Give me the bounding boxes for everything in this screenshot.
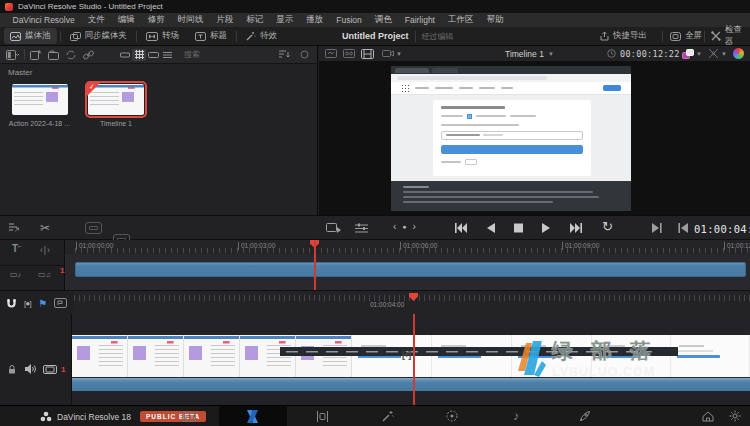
viewer-panel: ▼ Timeline 1 ▼ 00:00:12:22 ▼ ▼ [319,46,750,215]
audio-track-bar[interactable] [72,378,750,391]
transitions-button[interactable]: 转场 [140,28,185,44]
audio-track-tool-icon[interactable]: ▭♪ [10,270,21,279]
titles-button[interactable]: 标题 [189,28,233,44]
timeline-clip-thumbnail[interactable]: ✓ [88,84,144,115]
menu-fusion[interactable]: Fusion [330,15,369,25]
menu-trim[interactable]: 修剪 [141,14,171,26]
page-cut-icon[interactable] [245,410,260,423]
strip-view-button[interactable] [118,49,132,61]
go-to-end-icon[interactable] [570,223,582,233]
menu-mark[interactable]: 标记 [240,14,270,26]
upper-track-number: 1 [60,266,64,275]
link-icon[interactable] [83,50,94,60]
razor-icon[interactable]: ✂ [40,221,50,235]
list-view-button[interactable] [160,49,174,61]
play-clip-icon[interactable] [326,223,341,234]
import-media-icon[interactable] [30,50,41,60]
previous-edit-icon[interactable] [678,223,688,233]
sync-bin-button[interactable]: 同步媒体夹 [64,28,134,44]
main-timeline: 1 [+] 绿 部 落 LVBULUO.COM [0,314,750,405]
video-track-filmstrip[interactable] [72,335,750,377]
bin-view-icon[interactable] [6,50,19,60]
list-view-icon [163,51,172,59]
mixer-icon[interactable] [355,223,368,234]
duration-timecode: 00:00:12:22 [620,49,680,59]
quick-export-button[interactable]: 快捷导出 [600,30,647,42]
jog-control[interactable]: ‹●› [393,221,416,232]
transform-icon [708,48,719,59]
video-submit-button [441,145,583,154]
color-wheel-icon[interactable] [733,48,744,59]
match-frame-icon[interactable] [652,223,662,233]
go-to-start-icon[interactable] [455,223,467,233]
chevron-down-icon: ▼ [721,51,727,57]
inspector-button[interactable]: 检查器 [711,24,750,48]
viewer-mode-select[interactable]: ▼ [382,49,402,58]
timeline-options-icon[interactable] [8,222,22,234]
search-input[interactable]: 搜索 [184,49,200,60]
transform-button[interactable]: ▼ [708,48,727,59]
transitions-icon [146,32,158,41]
menu-timeline[interactable]: 时间线 [171,14,210,26]
play-reverse-icon[interactable] [486,223,495,233]
fullscreen-button[interactable]: 全屏 [670,30,702,42]
snapping-magnet-icon[interactable] [6,298,17,309]
main-playhead-line[interactable] [413,314,415,405]
page-edit-icon[interactable] [316,411,329,422]
playhead-timecode: 01:00:04:19 [694,223,750,235]
menu-file[interactable]: 文件 [81,14,111,26]
timeline-selector[interactable]: Timeline 1 ▼ [505,49,554,59]
menu-color[interactable]: 调色 [368,14,398,26]
refresh-icon[interactable] [300,50,309,59]
menu-fairlight[interactable]: Fairlight [398,15,441,25]
through-edit-indicator[interactable]: [+] [402,350,410,360]
sort-icon[interactable] [279,50,290,59]
track-audio-icon[interactable] [24,363,36,375]
video-browser-nav [391,82,631,95]
menu-help[interactable]: 帮助 [480,14,510,26]
source-clip-icon[interactable] [325,49,337,58]
menu-clip[interactable]: 片段 [210,14,240,26]
project-status: 经过编辑 [422,31,454,42]
settings-gear-icon[interactable] [729,410,741,422]
title-lock-tool-icon[interactable]: T⌐ [12,243,22,254]
page-fusion-icon[interactable] [382,410,394,422]
grid-view-button[interactable] [132,49,146,61]
play-icon[interactable] [542,223,551,233]
menu-davinci-resolve[interactable]: DaVinci Resolve [6,15,81,25]
music-track-tool-icon[interactable]: ▭♫ [38,270,51,279]
timeline-view-icon[interactable] [361,49,374,59]
menu-edit[interactable]: 编辑 [111,14,141,26]
media-clip-thumbnail[interactable] [12,84,68,115]
upper-playhead-line[interactable] [314,240,316,290]
page-fairlight-icon[interactable]: ♪ [513,409,519,423]
media-pool-toggle[interactable]: 媒体池 [4,28,57,44]
stop-icon[interactable] [514,223,523,233]
effects-button[interactable]: 特效 [240,28,283,44]
menu-view[interactable]: 显示 [270,14,300,26]
video-page-body [391,95,631,181]
new-bin-icon[interactable] [48,50,59,60]
page-deliver-icon[interactable] [579,410,591,422]
sync-clips-icon[interactable] [66,50,76,60]
track-video-icon[interactable] [43,365,57,374]
clip-flag-icon[interactable] [54,298,67,308]
upper-timeline-clip[interactable] [75,262,746,277]
trim-tool-icon[interactable]: ‹|› [40,245,51,255]
menu-playback[interactable]: 播放 [300,14,330,26]
filmstrip-view-button[interactable] [146,49,160,61]
upper-timeline-ruler[interactable]: 01:00:00:00 01:00:03:00 01:00:06:00 01:0… [65,240,750,254]
menu-workspace[interactable]: 工作区 [441,14,480,26]
edit-mode-1-icon[interactable] [85,222,102,234]
loop-icon[interactable]: ↻ [602,219,613,234]
window-title: DaVinci Resolve Studio - Untitled Projec… [18,2,163,11]
track-lock-icon[interactable] [7,364,17,375]
source-tape-icon[interactable] [343,49,355,58]
home-icon[interactable] [702,411,714,422]
flag-icon[interactable]: ⚑ [38,298,47,309]
page-color-icon[interactable] [446,410,458,422]
page-media-icon[interactable] [182,412,196,422]
viewer-tools-button[interactable]: ▼ [682,49,702,59]
marker-icon[interactable]: [●] [24,299,31,308]
ruler-label: 01:00:12:00 [724,242,750,250]
